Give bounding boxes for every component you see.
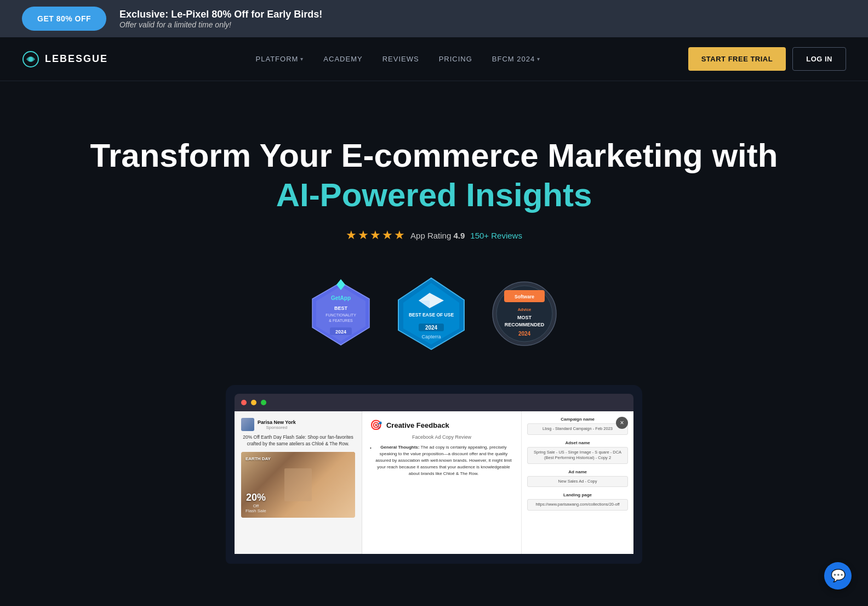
capterra-badge-icon: BEST EASE OF USE 2024 Capterra [396, 275, 467, 352]
ad-discount-subtext: OffFlash Sale [245, 503, 266, 513]
ad-brand-name: Parisa New York [258, 420, 296, 425]
ad-sponsored-label: Sponsored [258, 425, 296, 430]
nav-item-reviews[interactable]: REVIEWS [382, 55, 419, 63]
ad-earth-day-label: EARTH DAY [245, 456, 271, 461]
logo-icon [22, 50, 39, 68]
nav-links: PLATFORM ▾ ACADEMY REVIEWS PRICING BFCM … [256, 55, 541, 63]
star-3: ★ [370, 228, 381, 242]
navbar: LEBESGUE PLATFORM ▾ ACADEMY REVIEWS PRIC… [0, 37, 868, 81]
field-label-adset: Adset name [527, 440, 628, 445]
hero-section: Transform Your E-commerce Marketing with… [0, 81, 868, 597]
field-value-adset: Spring Sale - US - Singe Image - S quare… [527, 447, 628, 464]
feedback-bullet: • General Thoughts: The ad copy is certa… [370, 444, 513, 477]
svg-text:MOST: MOST [517, 315, 532, 320]
nav-link-platform[interactable]: PLATFORM ▾ [256, 55, 304, 63]
logo-text: LEBESGUE [45, 53, 108, 65]
feedback-strong-label: General Thoughts: [380, 445, 419, 450]
nav-item-academy[interactable]: ACADEMY [323, 55, 362, 63]
capterra-badge: BEST EASE OF USE 2024 Capterra [396, 275, 467, 352]
login-button[interactable]: LOG IN [792, 47, 846, 71]
software-advice-badge: Software Advice MOST RECOMMENDED 2024 [489, 278, 560, 349]
banner-title: Exclusive: Le-Pixel 80% Off for Early Bi… [119, 9, 322, 20]
laptop-frame: × Parisa New York Sponsored 20% Off Eart… [226, 385, 642, 554]
star-1: ★ [346, 228, 357, 242]
svg-text:FUNCTIONALITY: FUNCTIONALITY [326, 313, 356, 317]
hero-rating: ★ ★ ★ ★ ★ App Rating 4.9 150+ Reviews [22, 228, 846, 242]
software-advice-badge-icon: Software Advice MOST RECOMMENDED 2024 [489, 278, 560, 349]
minimize-dot [251, 400, 256, 405]
nav-link-bfcm[interactable]: BFCM 2024 ▾ [492, 55, 540, 63]
nav-item-platform[interactable]: PLATFORM ▾ [256, 55, 304, 63]
svg-text:& FEATURES: & FEATURES [329, 319, 353, 322]
badges-section: GetApp BEST FUNCTIONALITY & FEATURES 202… [22, 275, 846, 352]
field-adset-name: Adset name Spring Sale - US - Singe Imag… [527, 440, 628, 464]
modal-close-button[interactable]: × [616, 417, 628, 429]
getapp-badge: GetApp BEST FUNCTIONALITY & FEATURES 202… [308, 278, 374, 349]
rating-text: App Rating 4.9 [410, 231, 465, 240]
campaign-panel: Campaign name Lbsg - Standard Campaign -… [522, 411, 633, 554]
svg-point-1 [28, 57, 33, 61]
field-label-landing: Landing page [527, 492, 628, 497]
feedback-subtitle: Facebook Ad Copy Review [370, 434, 513, 440]
banner-text-container: Exclusive: Le-Pixel 80% Off for Early Bi… [119, 9, 322, 29]
ad-preview-panel: Parisa New York Sponsored 20% Off Earth … [235, 411, 362, 554]
field-ad-name: Ad name New Sales Ad - Copy [527, 469, 628, 488]
field-value-adname: New Sales Ad - Copy [527, 476, 628, 488]
nav-link-reviews[interactable]: REVIEWS [382, 55, 419, 63]
feedback-header: 🎯 Creative Feedback [370, 419, 513, 431]
svg-text:BEST EASE OF USE: BEST EASE OF USE [409, 312, 454, 318]
chevron-down-icon: ▾ [300, 56, 304, 62]
ad-brand-info: Parisa New York Sponsored [258, 420, 296, 430]
bullet-dot: • [370, 445, 372, 477]
feedback-emoji: 🎯 [370, 419, 382, 431]
reviews-link[interactable]: 150+ Reviews [470, 231, 522, 240]
star-2: ★ [358, 228, 369, 242]
svg-text:2024: 2024 [335, 329, 346, 335]
banner-subtitle: Offer valid for a limited time only! [119, 20, 322, 29]
laptop-bottom [226, 554, 642, 564]
svg-text:Capterra: Capterra [421, 334, 441, 339]
laptop-frame-wrapper: × Parisa New York Sponsored 20% Off Eart… [226, 385, 642, 564]
close-dot [241, 400, 247, 405]
screenshot-content: × Parisa New York Sponsored 20% Off Eart… [235, 411, 633, 554]
hero-title-accent: AI-Powered Insights [276, 177, 592, 213]
svg-text:Software: Software [515, 294, 534, 299]
field-campaign-name: Campaign name Lbsg - Standard Campaign -… [527, 417, 628, 435]
field-landing-page: Landing page https://www.parisawang.com/… [527, 492, 628, 511]
feedback-title: Creative Feedback [386, 421, 449, 429]
top-banner: GET 80% OFF Exclusive: Le-Pixel 80% Off … [0, 0, 868, 37]
start-trial-button[interactable]: START FREE TRIAL [688, 47, 786, 71]
getapp-badge-icon: GetApp BEST FUNCTIONALITY & FEATURES 202… [308, 278, 374, 349]
maximize-dot [261, 400, 266, 405]
ad-brand-header: Parisa New York Sponsored [241, 418, 355, 431]
nav-item-bfcm[interactable]: BFCM 2024 ▾ [492, 55, 540, 63]
chat-icon: 💬 [831, 569, 846, 583]
chat-bubble[interactable]: 💬 [824, 562, 852, 590]
field-value-landing: https://www.parisawang.com/collections/2… [527, 499, 628, 511]
nav-link-academy[interactable]: ACADEMY [323, 55, 362, 63]
star-rating: ★ ★ ★ ★ ★ [346, 228, 405, 242]
svg-text:BEST: BEST [334, 305, 348, 311]
ad-copy-text: 20% Off Earth Day Flash Sale: Shop our f… [241, 434, 355, 448]
chevron-down-icon-bfcm: ▾ [537, 56, 540, 62]
nav-link-pricing[interactable]: PRICING [439, 55, 472, 63]
nav-item-pricing[interactable]: PRICING [439, 55, 472, 63]
svg-text:2024: 2024 [518, 331, 531, 337]
field-value-campaign: Lbsg - Standard Campaign - Feb 2023 [527, 423, 628, 435]
frame-top-bar [235, 394, 633, 411]
ad-discount-value: 20% [245, 492, 266, 503]
get-80-button[interactable]: GET 80% OFF [22, 7, 106, 31]
field-label-adname: Ad name [527, 469, 628, 474]
ad-brand-logo [241, 418, 254, 431]
star-5: ★ [394, 228, 405, 242]
feedback-content: General Thoughts: The ad copy is certain… [374, 444, 513, 477]
feedback-body: • General Thoughts: The ad copy is certa… [370, 444, 513, 477]
star-4: ★ [382, 228, 393, 242]
hero-title: Transform Your E-commerce Marketing with… [22, 136, 846, 215]
logo-link[interactable]: LEBESGUE [22, 50, 108, 68]
nav-actions: START FREE TRIAL LOG IN [688, 47, 846, 71]
svg-text:RECOMMENDED: RECOMMENDED [505, 322, 545, 327]
svg-text:GetApp: GetApp [331, 295, 351, 301]
svg-text:2024: 2024 [425, 325, 438, 331]
ad-image: EARTH DAY 20% OffFlash Sale [241, 452, 355, 518]
